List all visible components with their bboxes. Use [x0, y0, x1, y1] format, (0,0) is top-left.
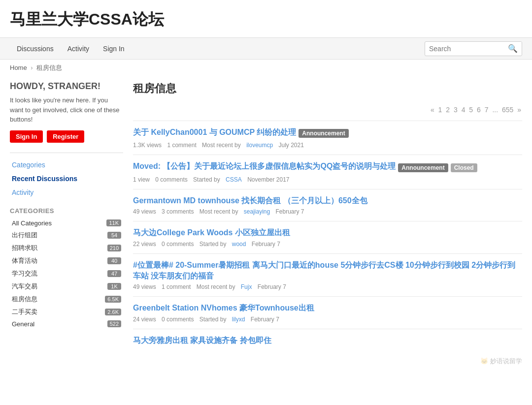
cat-ershou[interactable]: 二手买卖 2.6K — [10, 306, 123, 318]
page-2[interactable]: 2 — [446, 106, 450, 114]
categories-section: CATEGORIES All Categories 11K 出行组团 54 招聘… — [10, 207, 123, 330]
nav-discussions[interactable]: Discussions — [10, 39, 61, 59]
discussion-tags: 关于 KellyChan0001 与 GOUMCP 纠纷的处理 Announce… — [133, 127, 522, 140]
page-last[interactable]: 655 — [502, 106, 513, 114]
register-button[interactable]: Register — [47, 130, 84, 143]
meta-recent-label: Most recent by — [202, 142, 241, 149]
meta-date: July 2021 — [279, 142, 304, 149]
pagination-prev[interactable]: « — [431, 106, 434, 114]
meta-views: 22 views — [133, 241, 156, 248]
page-4[interactable]: 4 — [462, 106, 466, 114]
discussion-title[interactable]: 马大边College Park Woods 小区独立屋出租 — [133, 227, 522, 238]
meta-recent-label: Started by — [200, 316, 227, 323]
pagination: « 1 2 3 4 5 6 7 ... 655 » — [133, 106, 522, 114]
cat-zufang[interactable]: 租房信息 6.5K — [10, 293, 123, 306]
page-6[interactable]: 6 — [477, 106, 481, 114]
meta-views: 49 views — [133, 208, 156, 215]
meta-comments: 0 comments — [155, 176, 187, 183]
meta-recent-label: Most recent by — [200, 208, 238, 215]
cat-zhaopin[interactable]: 招聘求职 210 — [10, 242, 123, 254]
nav-signin[interactable]: Sign In — [96, 39, 132, 59]
sidebar: HOWDY, STRANGER! It looks like you're ne… — [10, 81, 123, 354]
discussion-title[interactable]: Germantown MD townhouse 找长期合租 （三个月以上）650… — [133, 195, 522, 206]
meta-date: February 7 — [258, 283, 286, 290]
discussion-title[interactable]: #位置最棒# 20-Summer暑期招租 离马大门口最近的house 5分钟步行… — [133, 260, 522, 282]
meta-recent-user[interactable]: wood — [232, 241, 246, 248]
discussion-tags: Moved: 【公告】关于最近论坛上很多虚假信息帖实为QQ盗号的说明与处理 An… — [133, 161, 522, 174]
discussion-item: Greenbelt Station NVhomes 豪华Townhouse出租 … — [133, 296, 522, 328]
meta-recent-label: Most recent by — [197, 283, 235, 290]
meta-views: 1.3K views — [133, 142, 162, 149]
sidebar-categories[interactable]: Categories — [10, 158, 123, 172]
meta-comments: 1 comment — [162, 283, 191, 290]
meta-comments: 0 comments — [162, 316, 194, 323]
page-1[interactable]: 1 — [438, 106, 442, 114]
discussion-title[interactable]: 马大旁雅房出租 家具设施齐备 拎包即住 — [133, 335, 522, 346]
search-input[interactable] — [425, 43, 504, 55]
discussion-item: 马大边College Park Woods 小区独立屋出租 22 views 0… — [133, 221, 522, 253]
cat-xuexi[interactable]: 学习交流 47 — [10, 267, 123, 280]
discussion-meta: 1.3K views 1 comment Most recent by ilov… — [133, 142, 522, 149]
meta-views: 49 views — [133, 283, 156, 290]
howdy-title: HOWDY, STRANGER! — [10, 81, 123, 92]
discussion-item: Moved: 【公告】关于最近论坛上很多虚假信息帖实为QQ盗号的说明与处理 An… — [133, 155, 522, 188]
meta-date: February 7 — [276, 208, 304, 215]
breadcrumb-current: 租房信息 — [36, 64, 62, 71]
content-title: 租房信息 — [133, 81, 522, 100]
cat-tiyu[interactable]: 体育活动 40 — [10, 254, 123, 267]
meta-recent-user[interactable]: CSSA — [226, 176, 242, 183]
discussion-title[interactable]: 关于 KellyChan0001 与 GOUMCP 纠纷的处理 — [133, 127, 296, 138]
meta-comments: 3 comments — [162, 208, 194, 215]
breadcrumb: Home › 租房信息 — [0, 60, 532, 76]
search-icon-btn[interactable]: 🔍 — [504, 42, 522, 55]
howdy-box: HOWDY, STRANGER! It looks like you're ne… — [10, 81, 123, 143]
signin-button[interactable]: Sign In — [10, 130, 43, 143]
meta-recent-user[interactable]: Fujx — [241, 283, 252, 290]
site-header: 马里兰大学CSSA论坛 — [0, 0, 532, 38]
discussion-item: #位置最棒# 20-Summer暑期招租 离马大门口最近的house 5分钟步行… — [133, 253, 522, 297]
meta-date: February 7 — [252, 241, 280, 248]
cat-qiche[interactable]: 汽车交易 1K — [10, 280, 123, 293]
breadcrumb-separator: › — [31, 64, 33, 71]
discussion-meta: 22 views 0 comments Started by wood Febr… — [133, 241, 522, 248]
meta-recent-label: Started by — [200, 241, 227, 248]
discussion-item: Germantown MD townhouse 找长期合租 （三个月以上）650… — [133, 189, 522, 221]
discussion-item: 马大旁雅房出租 家具设施齐备 拎包即住 — [133, 329, 522, 354]
cat-all-categories[interactable]: All Categories 11K — [10, 218, 123, 229]
tag-announcement: Announcement — [299, 129, 348, 138]
pagination-next[interactable]: » — [517, 106, 521, 114]
tag-announcement: Announcement — [398, 163, 448, 172]
site-title: 马里兰大学CSSA论坛 — [10, 9, 522, 31]
cat-chuxingzutuan[interactable]: 出行组团 54 — [10, 229, 123, 242]
sidebar-activity[interactable]: Activity — [10, 186, 123, 199]
page-5[interactable]: 5 — [469, 106, 473, 114]
discussion-title[interactable]: Greenbelt Station NVhomes 豪华Townhouse出租 — [133, 303, 522, 313]
meta-recent-user[interactable]: lilyxd — [232, 316, 245, 323]
meta-comments: 0 comments — [162, 241, 194, 248]
pagination-ellipsis: ... — [492, 106, 498, 114]
cat-general[interactable]: General 522 — [10, 318, 123, 330]
categories-title: CATEGORIES — [10, 207, 123, 215]
search-area: 🔍 — [425, 41, 522, 56]
meta-recent-user[interactable]: seajiaying — [244, 208, 270, 215]
discussion-meta: 49 views 1 comment Most recent by Fujx F… — [133, 283, 522, 290]
page-7[interactable]: 7 — [485, 106, 489, 114]
meta-date: November 2017 — [247, 176, 289, 183]
main-layout: HOWDY, STRANGER! It looks like you're ne… — [0, 76, 532, 359]
discussion-title[interactable]: Moved: 【公告】关于最近论坛上很多虚假信息帖实为QQ盗号的说明与处理 — [133, 161, 396, 172]
meta-comments: 1 comment — [167, 142, 196, 149]
discussion-item: 关于 KellyChan0001 与 GOUMCP 纠纷的处理 Announce… — [133, 121, 522, 155]
breadcrumb-home[interactable]: Home — [10, 64, 27, 71]
meta-views: 24 views — [133, 316, 156, 323]
meta-views: 1 view — [133, 176, 150, 183]
sidebar-recent-discussions[interactable]: Recent Discussions — [10, 172, 123, 186]
nav-activity[interactable]: Activity — [61, 39, 96, 59]
howdy-text: It looks like you're new here. If you wa… — [10, 95, 123, 125]
page-3[interactable]: 3 — [454, 106, 458, 114]
content: 租房信息 « 1 2 3 4 5 6 7 ... 655 » 关于 KellyC… — [133, 81, 522, 354]
meta-recent-user[interactable]: iloveumcp — [246, 142, 273, 149]
meta-recent-label: Started by — [193, 176, 220, 183]
nav-bar: Discussions Activity Sign In 🔍 — [0, 38, 532, 60]
discussion-meta: 1 view 0 comments Started by CSSA Novemb… — [133, 176, 522, 183]
discussion-meta: 24 views 0 comments Started by lilyxd Fe… — [133, 316, 522, 323]
